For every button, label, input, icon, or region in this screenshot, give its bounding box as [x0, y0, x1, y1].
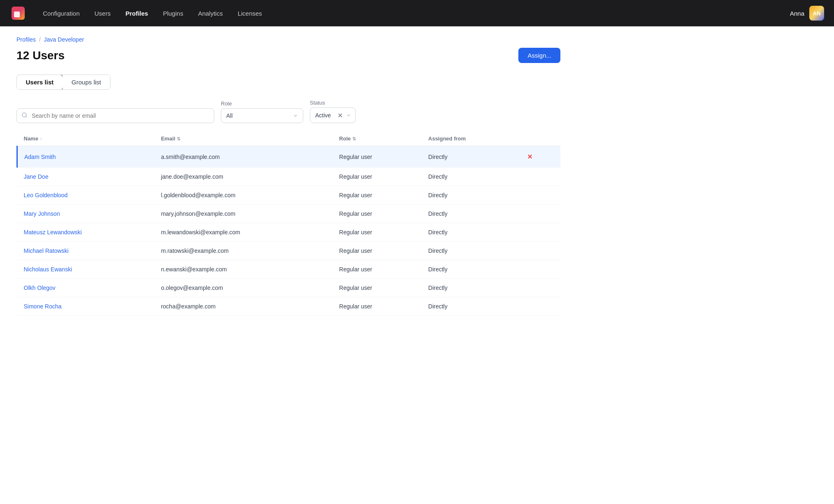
- table-row[interactable]: Michael Ratowskim.ratowski@example.comRe…: [17, 242, 561, 260]
- user-role-cell: Regular user: [333, 297, 422, 316]
- user-action-cell: [519, 279, 560, 297]
- user-assigned-from-cell: Directly: [422, 297, 519, 316]
- user-email-cell: m.lewandowski@example.com: [155, 223, 333, 242]
- search-filter-group: [16, 108, 214, 123]
- navbar-right: Anna AN: [790, 6, 824, 21]
- user-name-cell[interactable]: Nicholaus Ewanski: [17, 260, 155, 279]
- user-name-cell[interactable]: Simone Rocha: [17, 297, 155, 316]
- status-chevron-button[interactable]: [344, 113, 355, 118]
- table-row[interactable]: Adam Smitha.smith@example.comRegular use…: [17, 146, 561, 168]
- page-title: 12 Users: [16, 49, 65, 62]
- user-role-cell: Regular user: [333, 186, 422, 205]
- user-email-cell: l.goldenblood@example.com: [155, 186, 333, 205]
- sort-icon-email: ⇅: [177, 136, 180, 141]
- users-table-container: Name↑Email⇅Role⇅Assigned from Adam Smith…: [16, 131, 560, 316]
- search-wrapper: [16, 108, 214, 123]
- user-name-cell[interactable]: Mary Johnson: [17, 205, 155, 223]
- breadcrumb-current-page[interactable]: Java Developer: [44, 36, 84, 43]
- svg-rect-2: [14, 12, 20, 17]
- avatar[interactable]: AN: [809, 6, 824, 21]
- user-assigned-from-cell: Directly: [422, 279, 519, 297]
- user-email-cell: n.ewanski@example.com: [155, 260, 333, 279]
- page-header: 12 Users Assign...: [16, 48, 560, 63]
- user-role-cell: Regular user: [333, 242, 422, 260]
- th-actions: [519, 131, 560, 146]
- assign-button[interactable]: Assign...: [518, 48, 560, 63]
- user-assigned-from-cell: Directly: [422, 242, 519, 260]
- nav-item-configuration[interactable]: Configuration: [36, 7, 86, 20]
- user-name-cell[interactable]: Mateusz Lewandowski: [17, 223, 155, 242]
- user-email-cell: m.ratowski@example.com: [155, 242, 333, 260]
- user-name-cell[interactable]: Jane Doe: [17, 168, 155, 186]
- user-assigned-from-cell: Directly: [422, 168, 519, 186]
- user-role-cell: Regular user: [333, 279, 422, 297]
- user-action-cell: [519, 186, 560, 205]
- table-body: Adam Smitha.smith@example.comRegular use…: [17, 146, 561, 316]
- table-row[interactable]: Mateusz Lewandowskim.lewandowski@example…: [17, 223, 561, 242]
- th-name[interactable]: Name↑: [17, 131, 155, 146]
- navbar: ConfigurationUsersProfilesPluginsAnalyti…: [0, 0, 834, 26]
- app-logo[interactable]: [10, 5, 26, 21]
- user-name-cell[interactable]: Leo Goldenblood: [17, 186, 155, 205]
- user-action-cell: [519, 205, 560, 223]
- user-assigned-from-cell: Directly: [422, 260, 519, 279]
- user-assigned-from-cell: Directly: [422, 146, 519, 168]
- breadcrumb: Profiles / Java Developer: [16, 36, 560, 43]
- sort-icon-name: ↑: [40, 136, 42, 141]
- remove-user-button[interactable]: ×: [526, 152, 534, 161]
- user-name-cell[interactable]: Adam Smith: [17, 146, 155, 168]
- nav-item-profiles[interactable]: Profiles: [119, 7, 155, 20]
- status-filter-value: Active: [310, 112, 336, 119]
- user-action-cell: [519, 297, 560, 316]
- user-role-cell: Regular user: [333, 260, 422, 279]
- user-action-cell: [519, 260, 560, 279]
- status-clear-button[interactable]: ✕: [336, 112, 344, 119]
- user-email-cell: mary.johnson@example.com: [155, 205, 333, 223]
- table-row[interactable]: Jane Doejane.doe@example.comRegular user…: [17, 168, 561, 186]
- user-name-label: Anna: [790, 10, 804, 17]
- table-row[interactable]: Olkh Olegovo.olegov@example.comRegular u…: [17, 279, 561, 297]
- user-role-cell: Regular user: [333, 146, 422, 168]
- table-row[interactable]: Leo Goldenbloodl.goldenblood@example.com…: [17, 186, 561, 205]
- tab-groups-list[interactable]: Groups list: [63, 75, 110, 89]
- nav-item-licenses[interactable]: Licenses: [231, 7, 269, 20]
- user-role-cell: Regular user: [333, 205, 422, 223]
- status-filter: Active ✕: [310, 107, 356, 123]
- user-role-cell: Regular user: [333, 168, 422, 186]
- user-assigned-from-cell: Directly: [422, 186, 519, 205]
- user-action-cell: [519, 242, 560, 260]
- table-row[interactable]: Mary Johnsonmary.johnson@example.comRegu…: [17, 205, 561, 223]
- search-input[interactable]: [16, 108, 214, 123]
- user-action-cell: [519, 223, 560, 242]
- user-role-cell: Regular user: [333, 223, 422, 242]
- user-action-cell: ×: [519, 146, 560, 168]
- tab-users-list[interactable]: Users list: [16, 75, 63, 90]
- tabs-container: Users listGroups list: [16, 75, 110, 90]
- table-row[interactable]: Simone Rocharocha@example.comRegular use…: [17, 297, 561, 316]
- users-table: Name↑Email⇅Role⇅Assigned from Adam Smith…: [16, 131, 560, 316]
- user-assigned-from-cell: Directly: [422, 223, 519, 242]
- breadcrumb-profiles-link[interactable]: Profiles: [16, 36, 36, 43]
- nav-item-users[interactable]: Users: [88, 7, 117, 20]
- nav-menu: ConfigurationUsersProfilesPluginsAnalyti…: [36, 7, 787, 20]
- user-email-cell: o.olegov@example.com: [155, 279, 333, 297]
- main-content: Profiles / Java Developer 12 Users Assig…: [0, 26, 577, 326]
- breadcrumb-separator: /: [39, 36, 41, 43]
- user-assigned-from-cell: Directly: [422, 205, 519, 223]
- user-name-cell[interactable]: Michael Ratowski: [17, 242, 155, 260]
- user-action-cell: [519, 168, 560, 186]
- user-name-cell[interactable]: Olkh Olegov: [17, 279, 155, 297]
- nav-item-plugins[interactable]: Plugins: [156, 7, 190, 20]
- th-role[interactable]: Role⇅: [333, 131, 422, 146]
- role-select[interactable]: All Admin Regular user: [221, 108, 303, 123]
- status-filter-label: Status: [310, 100, 356, 106]
- th-email[interactable]: Email⇅: [155, 131, 333, 146]
- user-email-cell: rocha@example.com: [155, 297, 333, 316]
- user-email-cell: a.smith@example.com: [155, 146, 333, 168]
- status-filter-group: Status Active ✕: [310, 100, 356, 123]
- table-header: Name↑Email⇅Role⇅Assigned from: [17, 131, 561, 146]
- role-filter-group: Role All Admin Regular user: [221, 100, 303, 123]
- sort-icon-role: ⇅: [352, 136, 356, 141]
- nav-item-analytics[interactable]: Analytics: [192, 7, 230, 20]
- table-row[interactable]: Nicholaus Ewanskin.ewanski@example.comRe…: [17, 260, 561, 279]
